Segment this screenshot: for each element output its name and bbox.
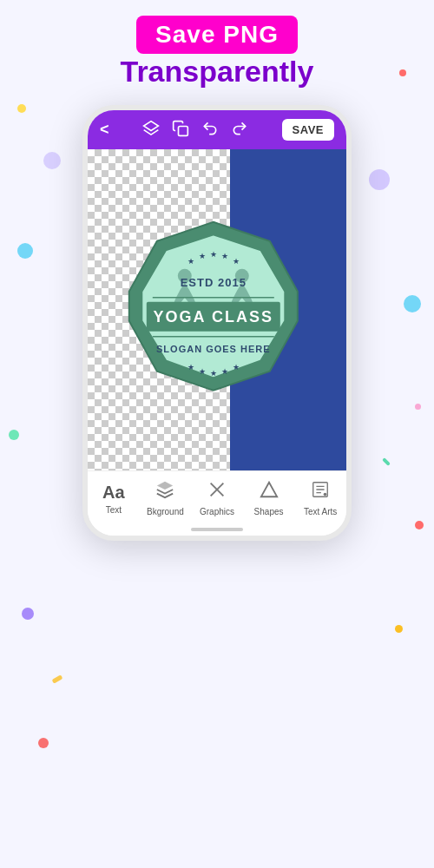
text-icon: Aa: [102, 483, 125, 503]
svg-text:★: ★: [210, 369, 217, 378]
dot-1: [17, 104, 26, 113]
save-button[interactable]: SAVE: [282, 119, 334, 141]
app-topbar: <: [88, 110, 346, 149]
topbar-icons: [120, 120, 272, 141]
shapes-icon: [260, 480, 279, 504]
toolbar-label-text: Text: [106, 505, 122, 515]
svg-text:★: ★: [233, 363, 240, 372]
svg-text:★: ★: [199, 252, 206, 260]
svg-text:★: ★: [187, 363, 194, 372]
toolbar-label-textarts: Text Arts: [304, 507, 337, 516]
dot-11: [415, 404, 421, 410]
undo-icon[interactable]: [201, 120, 219, 141]
back-button[interactable]: <: [100, 121, 109, 139]
toolbar-label-graphics: Graphics: [200, 507, 234, 516]
slogan-text: SLOGAN GOES HERE: [156, 344, 271, 354]
svg-marker-0: [144, 122, 159, 131]
dot-8: [38, 738, 49, 748]
home-indicator: [88, 523, 346, 536]
toolbar-label-background: Bkground: [147, 507, 184, 516]
toolbar-item-textarts[interactable]: Text Arts: [294, 480, 346, 516]
svg-text:★: ★: [221, 367, 228, 376]
graphics-icon: [207, 480, 227, 504]
confetti-3: [382, 457, 391, 466]
svg-text:★: ★: [187, 257, 194, 266]
background-icon: [155, 480, 174, 504]
dot-4: [404, 295, 421, 312]
dot-12: [9, 430, 19, 440]
svg-text:★: ★: [221, 252, 228, 260]
yoga-badge-svg: ★ ★ ★ ★ ★ ESTD 2015 YOGA CLASS SLOGAN GO…: [122, 215, 305, 398]
toolbar-item-shapes[interactable]: Shapes: [243, 480, 295, 516]
toolbar-item-background[interactable]: Bkground: [140, 480, 192, 516]
svg-rect-1: [179, 126, 188, 135]
toolbar-label-shapes: Shapes: [254, 507, 284, 516]
dot-9: [369, 169, 390, 190]
svg-text:★: ★: [233, 257, 240, 266]
toolbar-item-text[interactable]: Aa Text: [88, 483, 140, 515]
svg-text:★: ★: [210, 250, 217, 259]
save-png-text: Save PNG: [155, 21, 279, 48]
save-png-banner: Save PNG: [136, 16, 298, 54]
transparently-text: Transparently: [17, 56, 417, 88]
dot-3: [17, 243, 33, 259]
yoga-class-text: YOGA CLASS: [154, 308, 273, 326]
confetti-4: [52, 674, 63, 683]
canvas-area: ★ ★ ★ ★ ★ ESTD 2015 YOGA CLASS SLOGAN GO…: [88, 149, 346, 470]
home-bar: [191, 528, 243, 531]
bottom-toolbar: Aa Text Bkground Graphics: [88, 470, 346, 523]
dot-7: [395, 625, 403, 633]
redo-icon[interactable]: [231, 120, 248, 141]
dot-6: [22, 608, 34, 620]
textarts-icon: [311, 480, 330, 504]
yoga-badge: ★ ★ ★ ★ ★ ESTD 2015 YOGA CLASS SLOGAN GO…: [122, 215, 305, 398]
duplicate-icon[interactable]: [172, 120, 189, 141]
dot-5: [415, 521, 424, 529]
svg-point-26: [324, 493, 327, 496]
svg-text:★: ★: [199, 367, 206, 376]
toolbar-item-graphics[interactable]: Graphics: [191, 480, 243, 516]
estd-text: ESTD 2015: [181, 276, 247, 289]
dot-10: [43, 152, 61, 169]
phone-mockup: <: [82, 105, 352, 541]
layers-icon[interactable]: [142, 120, 160, 141]
header: Save PNG Transparently: [0, 0, 434, 96]
svg-marker-21: [260, 483, 276, 497]
